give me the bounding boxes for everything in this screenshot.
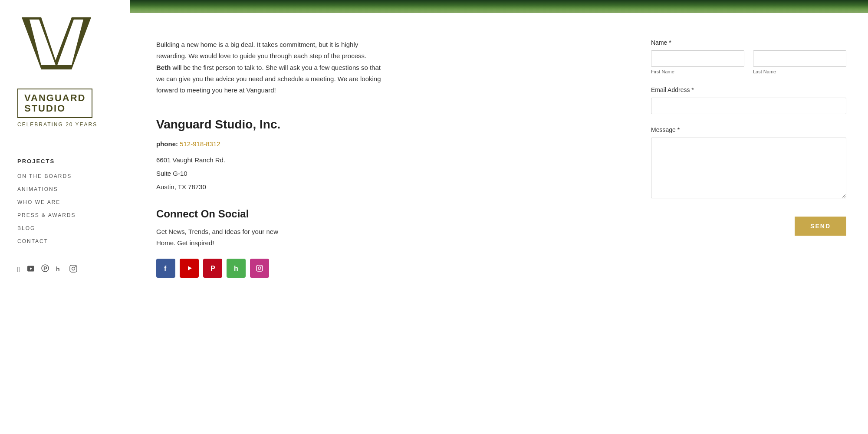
sidebar-item-animations[interactable]: ANIMATIONS — [17, 186, 112, 192]
company-name: Vanguard Studio, Inc. — [156, 118, 608, 132]
intro-text-part2: will be the first person to talk to. She… — [156, 64, 381, 94]
sidebar: VANGUARD STUDIO CELEBRATING 20 YEARS PRO… — [0, 0, 130, 434]
phone-label: phone: — [156, 140, 178, 148]
content-area: Building a new home is a big deal. It ta… — [130, 13, 868, 434]
first-name-input[interactable] — [651, 50, 744, 67]
houzz-button[interactable]: h — [227, 259, 246, 278]
pinterest-button[interactable]: P — [203, 259, 222, 278]
message-textarea[interactable] — [651, 138, 846, 198]
sidebar-item-projects[interactable]: PROJECTS — [17, 158, 112, 164]
houzz-icon: h — [232, 264, 240, 273]
youtube-button[interactable] — [180, 259, 199, 278]
intro-text: Building a new home is a big deal. It ta… — [156, 39, 382, 96]
last-name-sublabel: Last Name — [753, 69, 846, 74]
connect-desc: Get News, Trends, and Ideas for your new… — [156, 226, 295, 248]
svg-text:P: P — [43, 265, 47, 272]
sidebar-houzz-icon[interactable]: h — [55, 264, 63, 275]
name-label: Name * — [651, 39, 846, 46]
phone-line: phone: 512-918-8312 — [156, 140, 608, 148]
svg-rect-8 — [70, 265, 77, 272]
sidebar-nav: PROJECTS ON THE BOARDS ANIMATIONS WHO WE… — [17, 158, 112, 251]
logo-container: VANGUARD STUDIO CELEBRATING 20 YEARS — [17, 13, 112, 128]
logo-v-icon — [17, 13, 95, 87]
address-line2: Suite G-10 — [156, 170, 608, 177]
sidebar-item-who-we-are[interactable]: WHO WE ARE — [17, 199, 112, 205]
email-label: Email Address * — [651, 86, 846, 93]
instagram-button[interactable] — [250, 259, 269, 278]
svg-text:P: P — [210, 265, 215, 272]
logo-text-box: VANGUARD STUDIO — [17, 89, 92, 118]
email-form-group: Email Address * — [651, 86, 846, 114]
youtube-icon — [185, 264, 194, 273]
svg-point-9 — [72, 267, 75, 270]
message-form-group: Message * — [651, 126, 846, 200]
sidebar-item-on-the-boards[interactable]: ON THE BOARDS — [17, 173, 112, 179]
name-row: First Name Last Name — [651, 50, 846, 74]
sidebar-facebook-icon[interactable]:  — [17, 265, 20, 274]
sidebar-item-contact[interactable]: CONTACT — [17, 238, 112, 244]
sidebar-item-press-awards[interactable]: PRESS & AWARDS — [17, 212, 112, 218]
logo-title-line2: STUDIO — [24, 103, 85, 114]
send-button[interactable]: SEND — [795, 217, 846, 236]
connect-title: Connect On Social — [156, 208, 608, 220]
address-line1: 6601 Vaught Ranch Rd. — [156, 156, 608, 164]
social-buttons-row: f P h — [156, 259, 608, 278]
phone-number[interactable]: 512-918-8312 — [180, 140, 220, 148]
sidebar-social-icons:  P h — [17, 264, 78, 275]
logo-title-line1: VANGUARD — [24, 93, 85, 103]
sidebar-youtube-icon[interactable] — [26, 264, 35, 275]
facebook-button[interactable]: f — [156, 259, 175, 278]
facebook-icon: f — [161, 264, 170, 273]
last-name-input[interactable] — [753, 50, 846, 67]
svg-marker-12 — [188, 266, 192, 270]
pinterest-icon: P — [208, 264, 217, 273]
message-label: Message * — [651, 126, 846, 133]
svg-text:h: h — [56, 266, 60, 273]
email-input[interactable] — [651, 98, 846, 114]
svg-text:f: f — [164, 265, 167, 272]
svg-point-17 — [261, 266, 262, 267]
first-name-col: First Name — [651, 50, 744, 74]
first-name-sublabel: First Name — [651, 69, 744, 74]
celebrating-text: CELEBRATING 20 YEARS — [17, 122, 112, 128]
sidebar-item-blog[interactable]: BLOG — [17, 225, 112, 231]
sidebar-instagram-icon[interactable] — [69, 264, 78, 275]
svg-point-10 — [75, 266, 76, 267]
main-content: Building a new home is a big deal. It ta… — [130, 0, 868, 434]
intro-text-part1: Building a new home is a big deal. It ta… — [156, 41, 366, 59]
svg-text:h: h — [234, 265, 238, 272]
svg-point-16 — [258, 267, 261, 270]
svg-rect-15 — [256, 265, 263, 271]
left-content: Building a new home is a big deal. It ta… — [130, 13, 634, 434]
instagram-icon — [255, 264, 264, 273]
last-name-col: Last Name — [753, 50, 846, 74]
contact-form: Name * First Name Last Name Email Addres… — [634, 13, 868, 434]
intro-bold-name: Beth — [156, 64, 171, 71]
name-form-group: Name * First Name Last Name — [651, 39, 846, 74]
hero-image — [130, 0, 868, 13]
contact-info-block: Vanguard Studio, Inc. phone: 512-918-831… — [156, 118, 608, 191]
address-line3: Austin, TX 78730 — [156, 183, 608, 191]
connect-social: Connect On Social Get News, Trends, and … — [156, 208, 608, 278]
sidebar-pinterest-icon[interactable]: P — [41, 264, 49, 275]
